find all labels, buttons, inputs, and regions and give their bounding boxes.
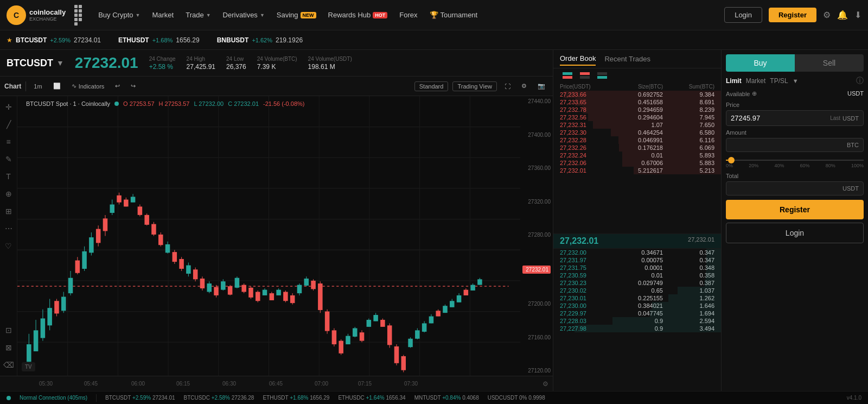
chart-area[interactable]: ✛ ╱ ≡ ✎ T ⊕ ⊞ ⋯ ♡ ⊡ ⊠ ⌫ BTCUSDT Spot · 1… [0,96,553,376]
bid-row[interactable]: 27,228.03 0.9 2.594 [553,317,721,325]
sell-button[interactable]: Sell [795,54,864,72]
line-tool[interactable]: ╱ [2,118,15,131]
connection-status-dot [7,396,11,400]
svg-rect-131 [415,330,420,338]
ticker-btcusdt[interactable]: ★ BTCUSDT +2.59% 27234.01 [7,36,101,44]
price-input[interactable]: 27245.97 Last USDT [726,110,864,126]
symbol-name[interactable]: BTCUSDT ▼ [7,58,64,69]
screenshot-btn[interactable]: 📷 [534,81,548,91]
panel-tool-1[interactable]: ⊡ [2,324,15,337]
bid-row[interactable]: 27,229.97 0.047745 1.694 [553,310,721,317]
settings-chart-btn[interactable]: ⚙ [518,81,530,91]
pencil-tool[interactable]: ✎ [2,153,15,166]
bid-row[interactable]: 27,231.75 0.0001 0.348 [553,264,721,272]
crosshair-tool[interactable]: ✛ [2,100,15,113]
ask-row[interactable]: 27,232.78 0.294659 8.239 [553,106,721,113]
tab-recent-trades[interactable]: Recent Trades [604,55,650,65]
svg-rect-53 [144,215,149,225]
apps-icon[interactable] [74,5,85,26]
ask-row[interactable]: 27,232.26 0.176218 6.069 [553,144,721,152]
measure-tool[interactable]: ⊕ [2,187,15,200]
total-input[interactable]: USDT [726,181,864,195]
nav-saving[interactable]: Saving NEW [271,8,322,22]
bid-row[interactable]: 27,230.23 0.029749 0.387 [553,279,721,287]
status-btcusdc[interactable]: BTCUSDC +2.58% 27236.28 [184,395,254,401]
bid-row[interactable]: 27,227.98 0.9 3.494 [553,325,721,332]
status-mntusdt[interactable]: MNTUSDT +0.84% 0.4068 [414,395,479,401]
undo-btn[interactable]: ↩ [112,81,123,91]
login-button[interactable]: Login [724,7,762,23]
ob-view-bids[interactable] [595,71,610,80]
stat-vol-usdt: 24 Volume(USDT) 198.61 M [308,56,352,71]
time-axis-settings[interactable]: ⚙ [542,380,548,388]
nav-forex[interactable]: Forex [394,8,423,22]
panel-tool-2[interactable]: ⊠ [2,341,15,354]
ask-row[interactable]: 27,232.31 1.07 7.650 [553,121,721,129]
tab-market[interactable]: Market [746,77,766,85]
settings-icon[interactable]: ⚙ [823,10,831,20]
ask-row[interactable]: 27,232.06 0.67006 5.883 [553,159,721,167]
multiline-tool[interactable]: ≡ [2,135,15,148]
status-btcusdt[interactable]: BTCUSDT +2.59% 27234.01 [105,395,175,401]
slider-track[interactable] [726,160,864,161]
ask-row[interactable]: 27,233.66 0.692752 9.384 [553,91,721,98]
nav-derivatives[interactable]: Derivatives ▼ [218,8,270,22]
svg-rect-87 [263,290,267,295]
ask-row[interactable]: 27,232.56 0.294604 7.945 [553,113,721,121]
logo[interactable]: C coinlocally EXCHANGE [7,5,66,25]
ask-row[interactable]: 27,232.24 0.01 5.893 [553,152,721,159]
candle-type-btn[interactable]: ⬜ [50,81,64,91]
trading-view-btn[interactable]: Trading View [452,81,497,91]
buy-button[interactable]: Buy [726,54,795,72]
timeframe-1m[interactable]: 1m [30,81,45,91]
ask-row[interactable]: 27,232.30 0.464254 6.580 [553,129,721,136]
more-tools[interactable]: ⋯ [2,222,15,235]
tab-tpsl[interactable]: TP/SL [770,77,788,85]
notification-icon[interactable]: 🔔 [837,10,848,20]
ticker-ethusdt[interactable]: ETHUSDT +1.68% 1656.29 [118,36,200,44]
tab-order-book[interactable]: Order Book [560,54,596,66]
nav-market[interactable]: Market [146,8,179,22]
nav-trade[interactable]: Trade ▼ [180,8,216,22]
standard-view-btn[interactable]: Standard [414,81,449,91]
login-order-button[interactable]: Login [726,223,864,243]
register-button[interactable]: Register [769,8,816,22]
bid-row[interactable]: 27,230.00 0.384021 1.646 [553,302,721,310]
redo-btn[interactable]: ↪ [127,81,139,91]
ob-view-both[interactable] [560,71,575,80]
eraser-tool[interactable]: ⌫ [2,358,15,371]
avail-info-icon[interactable]: ⊕ [752,90,757,97]
download-icon[interactable]: ⬇ [854,10,861,20]
text-tool[interactable]: T [2,170,15,183]
percentage-slider[interactable]: 0% 20% 40% 60% 80% 100% [726,160,864,168]
register-order-button[interactable]: Register [726,200,864,219]
zoom-tool[interactable]: ⊞ [2,205,15,218]
status-usdcusdt[interactable]: USDCUSDT 0% 0.9998 [488,395,545,401]
bid-row[interactable]: 27,232.00 0.34671 0.347 [553,249,721,256]
favorite-tool[interactable]: ♡ [2,239,15,252]
nav-buy-crypto[interactable]: Buy Crypto ▼ [93,8,145,22]
status-ethusdc[interactable]: ETHUSDC +1.64% 1656.34 [338,395,405,401]
ticker-bnbusdt[interactable]: BNBUSDT +1.62% 219.1926 [217,36,303,44]
ask-row[interactable]: 27,232.28 0.046991 6.116 [553,136,721,144]
nav-rewards[interactable]: Rewards Hub HOT [323,8,393,22]
indicators-btn[interactable]: ∿ Indicators [68,81,108,91]
ob-view-asks[interactable] [577,71,592,80]
bid-row[interactable]: 27,231.97 0.00075 0.347 [553,256,721,264]
bid-row[interactable]: 27,230.59 0.01 0.358 [553,272,721,279]
ask-row[interactable]: 27,233.65 0.451658 8.691 [553,98,721,106]
nav-tournament[interactable]: 🏆 Tournament [424,8,483,22]
status-ethusdt[interactable]: ETHUSDT +1.68% 1656.29 [263,395,329,401]
fullscreen-btn[interactable]: ⛶ [501,81,514,91]
tab-limit[interactable]: Limit [726,77,742,85]
tpsl-dropdown[interactable]: ▼ [793,78,799,84]
slider-thumb[interactable] [728,157,735,163]
symbol-dropdown-icon[interactable]: ▼ [56,59,64,67]
info-icon[interactable]: ⓘ [856,76,864,86]
ask-row[interactable]: 27,232.01 5.212617 5.213 [553,167,721,174]
amount-input[interactable]: BTC [726,138,864,152]
svg-rect-105 [325,312,330,331]
bid-row[interactable]: 27,230.02 0.65 1.037 [553,287,721,294]
candle-chart[interactable] [17,96,520,376]
bid-row[interactable]: 27,230.01 0.225155 1.262 [553,294,721,302]
